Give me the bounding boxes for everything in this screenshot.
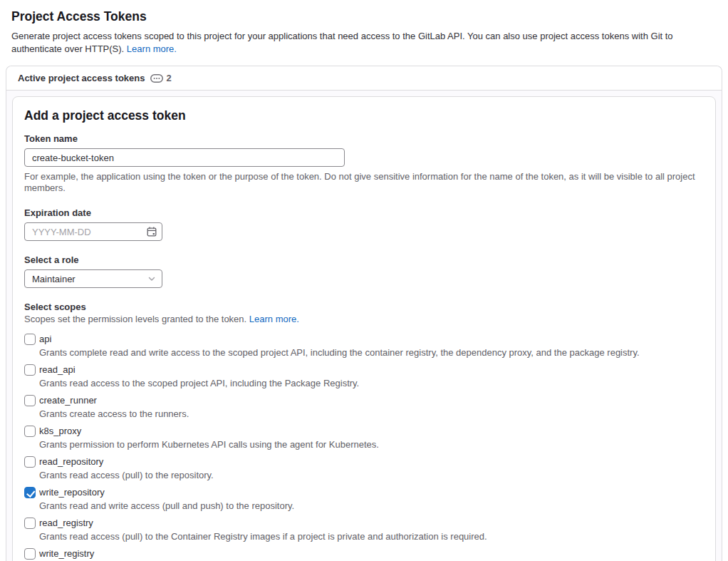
role-field: Select a role Maintainer (24, 254, 704, 288)
token-name-input[interactable] (24, 148, 345, 167)
access-tokens-container: Active project access tokens 2 Add a pro… (6, 66, 722, 561)
scope-name[interactable]: create_runner (39, 395, 704, 406)
page-header: Project Access Tokens Generate project a… (0, 0, 728, 55)
scope-description: Grants read access (pull) to the reposit… (39, 470, 704, 480)
scope-checkbox[interactable] (24, 426, 36, 437)
scope-name[interactable]: read_registry (39, 518, 704, 529)
scope-description: Grants read and write access (pull and p… (39, 500, 704, 511)
active-tokens-count-badge: 2 (150, 73, 171, 83)
page-description-text: Generate project access tokens scoped to… (11, 31, 673, 54)
scope-description: Grants create access to the runners. (39, 408, 704, 419)
form-heading: Add a project access token (24, 108, 704, 123)
scope-checkbox[interactable] (24, 456, 36, 468)
scopes-list: api Grants complete read and write acces… (24, 334, 704, 561)
scope-row: read_registry Grants read access (pull) … (24, 518, 704, 542)
scope-row: create_runner Grants create access to th… (24, 395, 704, 419)
scope-checkbox[interactable] (24, 395, 36, 406)
expiration-date-input-wrap (24, 222, 162, 241)
scope-name[interactable]: write_registry (39, 548, 704, 560)
scope-name[interactable]: read_api (39, 364, 704, 376)
scope-description: Grants read access to the scoped project… (39, 378, 704, 388)
scope-checkbox[interactable] (24, 334, 36, 345)
token-name-help: For example, the application using the t… (24, 171, 704, 194)
page-title: Project Access Tokens (11, 9, 717, 24)
scope-checkbox[interactable] (24, 364, 36, 376)
add-token-form: Add a project access token Token name Fo… (12, 96, 716, 561)
role-select[interactable]: Maintainer (24, 269, 162, 288)
scopes-field: Select scopes Scopes set the permission … (24, 302, 704, 561)
learn-more-link[interactable]: Learn more. (127, 43, 177, 54)
scopes-learn-more-link[interactable]: Learn more. (249, 314, 299, 324)
scope-description: Grants read access (pull) to the Contain… (39, 531, 704, 542)
scope-description: Grants permission to perform Kubernetes … (39, 439, 704, 450)
scope-name[interactable]: write_repository (39, 487, 704, 498)
active-tokens-header: Active project access tokens 2 (6, 66, 722, 91)
scope-checkbox[interactable] (24, 518, 36, 529)
role-label: Select a role (24, 254, 704, 265)
scope-row: api Grants complete read and write acces… (24, 334, 704, 358)
scope-checkbox[interactable] (24, 487, 36, 498)
scope-row: read_api Grants read access to the scope… (24, 364, 704, 388)
scope-name[interactable]: k8s_proxy (39, 426, 704, 437)
active-tokens-count: 2 (166, 73, 171, 83)
scope-name[interactable]: api (39, 334, 704, 345)
scope-checkbox[interactable] (24, 548, 36, 560)
expiration-date-label: Expiration date (24, 207, 704, 218)
scope-row: read_repository Grants read access (pull… (24, 456, 704, 480)
scope-row: write_registry Grants write access (push… (24, 548, 704, 561)
expiration-date-field: Expiration date (24, 207, 704, 241)
token-pill-ellipsis-icon (150, 74, 163, 83)
token-name-field: Token name For example, the application … (24, 133, 704, 194)
scopes-label: Select scopes (24, 302, 704, 312)
scopes-help: Scopes set the permission levels granted… (24, 314, 704, 324)
scope-row: k8s_proxy Grants permission to perform K… (24, 426, 704, 450)
token-name-label: Token name (24, 133, 704, 144)
scope-description: Grants complete read and write access to… (39, 347, 704, 358)
expiration-date-input[interactable] (24, 222, 162, 241)
chevron-down-icon (147, 274, 156, 283)
scope-row: write_repository Grants read and write a… (24, 487, 704, 511)
active-tokens-title: Active project access tokens (18, 73, 145, 83)
role-selected-value: Maintainer (32, 274, 76, 284)
scope-name[interactable]: read_repository (39, 456, 704, 468)
page-description: Generate project access tokens scoped to… (11, 30, 717, 55)
crud-body: Add a project access token Token name Fo… (6, 91, 722, 561)
scopes-help-text: Scopes set the permission levels granted… (24, 314, 246, 324)
